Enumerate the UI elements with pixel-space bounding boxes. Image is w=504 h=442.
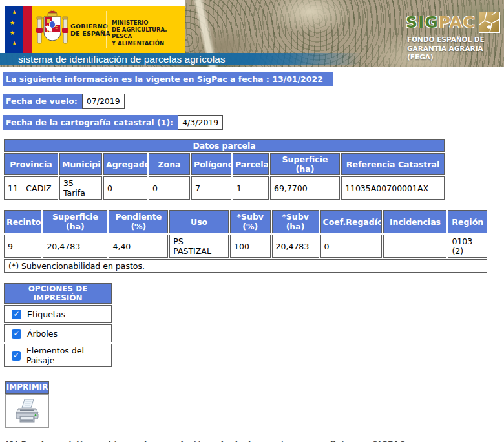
checkbox-elementos-paisaje[interactable]: ✓ — [12, 351, 21, 361]
col-header-referencia-catastral: Referencia Catastral — [341, 153, 445, 175]
cell-incidencias — [383, 235, 446, 258]
eu-star-icon: ★ — [10, 30, 15, 36]
col-header-agregado: Agregado — [103, 153, 147, 175]
datos-parcela-header-row: Provincia Municipio Agregado Zona Polígo… — [4, 153, 445, 175]
gobierno-label: GOBIERNO DE ESPAÑA — [70, 23, 110, 37]
cell-uso: PS - PASTIZAL — [169, 235, 229, 258]
col-header-superficie: Superficie (ha) — [270, 153, 340, 175]
subtitle-text: sistema de identificación de parcelas ag… — [18, 54, 226, 65]
footnote-1: (1) Pueden existir cambios en la parcela… — [5, 439, 504, 442]
fecha-cartografia-row: Fecha de la cartografía catastral (1): 4… — [3, 115, 504, 130]
print-options-table: OPCIONES DE IMPRESIÓN ✓ Etiquetas ✓ Árbo… — [3, 282, 113, 368]
ministerio-label: MINISTERIO DE AGRICULTURA, PESCA Y ALIME… — [112, 19, 185, 47]
print-option-row: ✓ Etiquetas — [4, 305, 112, 323]
main-content: La siguiente información es la vigente e… — [0, 72, 504, 442]
print-option-row: ✓ Árboles — [4, 324, 112, 342]
col-header-pendiente: Pendiente (%) — [109, 210, 168, 233]
sigpac-logo-pac: PAC — [439, 13, 476, 32]
recintos-data-row: 9 20,4783 4,40 PS - PASTIZAL 100 20,4783… — [4, 235, 487, 258]
cell-municipio: 35 - Tarifa — [59, 176, 102, 200]
col-header-parcela: Parcela — [233, 153, 269, 175]
checkmark-icon: ✓ — [13, 310, 19, 319]
col-header-municipio: Municipio — [59, 153, 102, 175]
col-header-subv-pct: *Subv (%) — [230, 210, 271, 233]
sigpac-logo-sig: SIG — [406, 13, 439, 32]
checkbox-etiquetas[interactable]: ✓ — [12, 310, 21, 319]
datos-parcela-table: Datos parcela Provincia Municipio Agrega… — [3, 138, 446, 201]
spain-eu-flag: ★ ★ ★ ★ — [5, 6, 32, 53]
fecha-cartografia-label: Fecha de la cartografía catastral (1): — [3, 115, 178, 130]
col-header-coef-regadio: Coef.Regadío — [320, 210, 383, 233]
cell-referencia-catastral: 11035A00700001AX — [341, 176, 445, 200]
divider — [106, 11, 107, 48]
eu-star-icon: ★ — [12, 10, 17, 16]
print-option-label: Árboles — [27, 329, 58, 339]
recintos-header-row: Recinto Superficie (ha) Pendiente (%) Us… — [4, 210, 487, 233]
cell-parcela: 1 — [233, 176, 269, 200]
print-option-label: Etiquetas — [27, 310, 65, 319]
print-option-row: ✓ Elementos del Paisaje — [4, 344, 112, 367]
print-option-label: Elementos del Paisaje — [26, 346, 108, 365]
info-banner: La siguiente información es la vigente e… — [3, 72, 333, 86]
header: ★ ★ ★ ★ — [0, 0, 504, 67]
eu-flag-stripe: ★ ★ ★ ★ — [5, 6, 23, 53]
col-header-region: Región — [448, 210, 487, 233]
cell-pendiente: 4,40 — [109, 235, 168, 258]
parcel-map-icon — [479, 12, 500, 33]
cell-subv-ha: 20,4783 — [272, 235, 319, 258]
recintos-table: Recinto Superficie (ha) Pendiente (%) Us… — [3, 209, 488, 274]
col-header-incidencias: Incidencias — [383, 210, 446, 233]
checkmark-icon: ✓ — [13, 351, 19, 360]
imprimir-section: IMPRIMIR — [5, 381, 49, 428]
cell-region: 0103 (2) — [448, 235, 487, 258]
cell-subv-pct: 100 — [230, 235, 271, 258]
fega-label: FONDO ESPAÑOL DE GARANTÍA AGRARIA (FEGA) — [407, 36, 485, 62]
datos-parcela-data-row: 11 - CADIZ 35 - Tarifa 0 0 7 1 69,7700 1… — [4, 176, 445, 200]
col-header-recinto: Recinto — [4, 210, 41, 233]
datos-parcela-title: Datos parcela — [4, 139, 445, 152]
col-header-provincia: Provincia — [4, 153, 58, 175]
cell-superficie-ha: 20,4783 — [43, 235, 107, 258]
checkbox-arboles[interactable]: ✓ — [12, 329, 21, 339]
print-options-title: OPCIONES DE IMPRESIÓN — [4, 283, 112, 304]
cell-zona: 0 — [149, 176, 190, 200]
col-header-subv-ha: *Subv (ha) — [272, 210, 319, 233]
fecha-vuelo-row: Fecha de vuelo: 07/2019 — [3, 94, 504, 109]
sigpac-logo: SIG PAC — [406, 12, 500, 33]
eu-star-icon: ★ — [10, 20, 15, 26]
flag-yellow-band: GOBIERNO DE ESPAÑA MINISTERIO DE AGRICUL… — [32, 6, 185, 53]
print-button[interactable] — [5, 394, 49, 428]
col-header-poligono: Polígono — [191, 153, 231, 175]
fecha-cartografia-value: 4/3/2019 — [178, 115, 223, 130]
col-header-superficie-ha: Superficie (ha) — [43, 210, 107, 233]
coat-of-arms-icon — [36, 8, 68, 51]
recintos-footnote: (*) Subvencionabilidad en pastos. — [4, 259, 487, 273]
imprimir-label: IMPRIMIR — [5, 381, 49, 394]
eu-star-icon: ★ — [12, 41, 17, 47]
col-header-zona: Zona — [149, 153, 190, 175]
cell-poligono: 7 — [191, 176, 231, 200]
cell-provincia: 11 - CADIZ — [4, 176, 58, 200]
col-header-uso: Uso — [169, 210, 229, 233]
flag-red-stripe — [23, 6, 32, 53]
fecha-vuelo-label: Fecha de vuelo: — [3, 94, 82, 109]
cell-agregado: 0 — [103, 176, 147, 200]
checkmark-icon: ✓ — [13, 329, 19, 338]
cell-coef-regadio: 0 — [320, 235, 383, 258]
printer-icon — [14, 398, 41, 424]
cell-recinto: 9 — [4, 235, 41, 258]
fecha-vuelo-value: 07/2019 — [82, 94, 125, 109]
government-logo-block: ★ ★ ★ ★ — [0, 0, 185, 53]
cell-superficie: 69,7700 — [270, 176, 340, 200]
